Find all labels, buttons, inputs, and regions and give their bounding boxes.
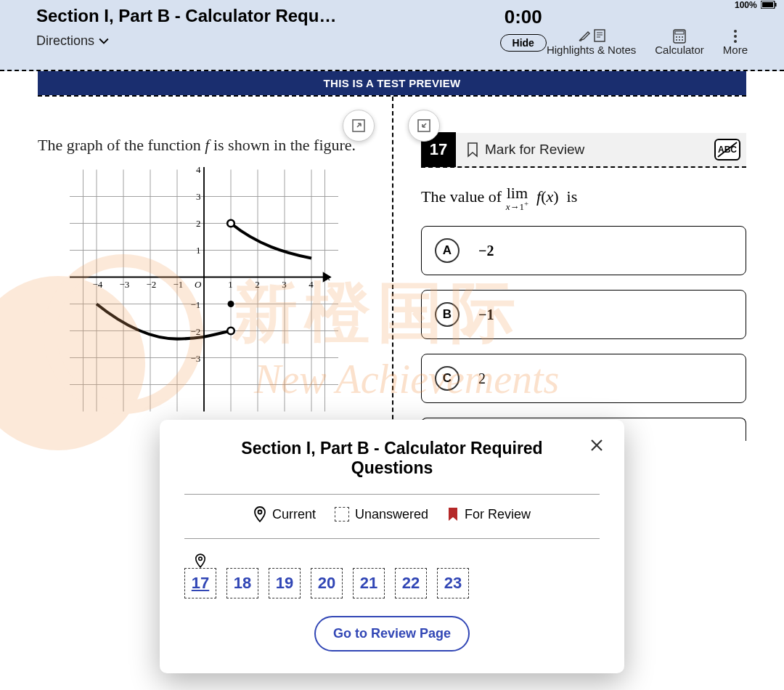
question-stem: The graph of the function f is shown in … [38,133,370,157]
svg-text:1: 1 [228,279,232,290]
more-button[interactable]: More [723,29,748,56]
navigator-legend: Current Unanswered For Review [184,506,600,522]
mark-for-review-button[interactable]: Mark for Review [466,142,584,158]
content-area: The graph of the function f is shown in … [38,95,746,441]
svg-text:x: x [325,272,330,283]
app-header: Section I, Part B - Calculator Requ… Dir… [0,0,784,71]
battery-level: 100% [735,0,757,10]
question-pane: 17 Mark for Review ABC The value of limx… [392,97,746,441]
svg-text:−3: −3 [191,353,201,364]
svg-text:2: 2 [255,279,259,290]
nav-question-17[interactable]: 17 [184,568,216,598]
svg-text:2: 2 [196,218,200,229]
svg-rect-3 [595,30,605,41]
collapse-right-button[interactable] [408,110,440,142]
choice-bubble: C [435,366,460,391]
nav-question-21[interactable]: 21 [353,568,385,598]
answer-choice-c[interactable]: C 2 [421,354,746,403]
chevron-down-icon [99,36,109,46]
svg-text:−1: −1 [191,299,201,310]
question-navigator-popup: Section I, Part B - Calculator Required … [160,420,624,673]
svg-text:−4: −4 [92,279,102,290]
highlights-notes-button[interactable]: Highlights & Notes [547,28,636,56]
svg-text:1: 1 [196,245,200,256]
expand-icon [351,118,366,133]
svg-point-11 [682,39,683,41]
highlighter-icon [578,29,591,42]
svg-text:O: O [195,279,202,290]
choice-bubble: B [435,302,460,327]
svg-point-58 [258,511,261,514]
svg-point-59 [199,557,202,560]
navigator-title: Section I, Part B - Calculator Required … [184,439,600,478]
svg-point-35 [227,328,234,335]
calculator-button[interactable]: Calculator [655,29,704,56]
nav-question-23[interactable]: 23 [437,568,469,598]
directions-dropdown[interactable]: Directions [36,33,109,49]
more-dots-icon [733,29,738,44]
svg-point-7 [679,36,680,38]
section-title: Section I, Part B - Calculator Requ… [36,6,500,26]
svg-point-36 [227,220,234,227]
svg-text:3: 3 [282,279,286,290]
choice-bubble: A [435,238,460,263]
svg-point-37 [228,301,234,307]
choice-text: −2 [478,243,494,259]
close-icon [589,438,604,452]
strike-answers-button[interactable]: ABC [714,139,740,161]
collapse-icon [417,118,431,133]
question-header: 17 Mark for Review ABC [421,133,746,168]
function-graph: −4−3−2−1 O 1234 −1−2−3 1234 xy [70,167,338,414]
svg-text:−2: −2 [191,326,201,337]
close-navigator-button[interactable] [589,437,604,457]
stimulus-pane: The graph of the function f is shown in … [38,97,392,441]
svg-text:−3: −3 [119,279,129,290]
svg-point-14 [734,40,737,43]
svg-rect-1 [762,2,773,7]
bookmark-filled-icon [447,507,459,521]
location-icon [195,553,206,568]
choice-text: −1 [478,307,494,323]
preview-banner: THIS IS A TEST PREVIEW [38,71,746,95]
svg-rect-5 [675,31,684,34]
choice-text: 2 [478,370,486,387]
calculator-icon [673,29,686,44]
svg-text:4: 4 [196,167,201,175]
bookmark-icon [466,142,479,158]
svg-point-13 [734,35,737,38]
goto-review-button[interactable]: Go to Review Page [314,616,470,652]
svg-text:3: 3 [196,191,200,202]
timer: 0:00 [500,6,547,28]
svg-point-9 [676,39,677,41]
answer-choice-a[interactable]: A −2 [421,226,746,275]
expand-left-button[interactable] [343,110,375,142]
svg-text:−1: −1 [173,279,183,290]
nav-question-22[interactable]: 22 [395,568,427,598]
svg-line-57 [718,142,737,157]
svg-point-8 [682,36,683,38]
nav-question-18[interactable]: 18 [226,568,258,598]
question-prompt: The value of limx→1+ f(x) is [421,185,746,211]
location-icon [253,506,266,522]
svg-point-6 [676,36,677,38]
svg-point-12 [734,30,737,33]
question-list: 17181920212223 [184,553,600,598]
status-bar: 100% [735,0,777,10]
dashed-square-icon [335,507,349,521]
svg-rect-2 [775,3,777,7]
nav-question-20[interactable]: 20 [311,568,343,598]
svg-text:4: 4 [309,279,314,290]
answer-choice-b[interactable]: B −1 [421,290,746,339]
nav-question-19[interactable]: 19 [269,568,301,598]
svg-point-10 [679,39,680,41]
note-icon [594,29,605,42]
hide-timer-button[interactable]: Hide [500,34,547,52]
svg-text:−2: −2 [146,279,156,290]
